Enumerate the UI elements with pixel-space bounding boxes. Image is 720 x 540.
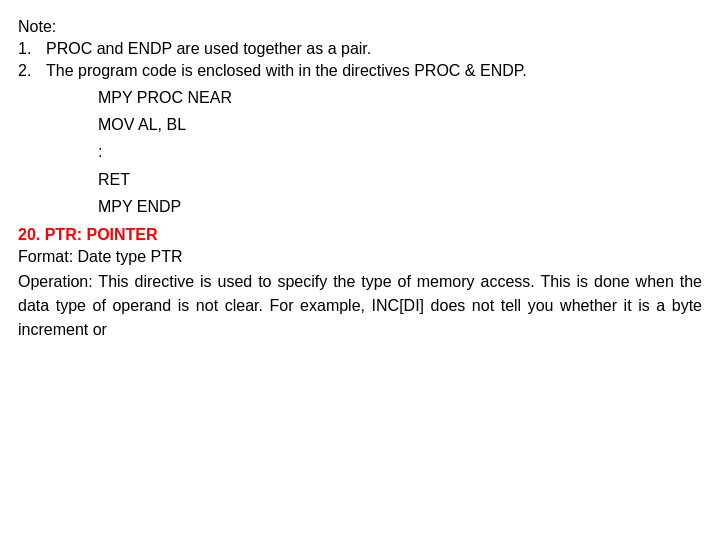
list-item-2: 2. The program code is enclosed with in … bbox=[18, 62, 702, 80]
note-label: Note: bbox=[18, 18, 702, 36]
code-block: MPY PROC NEAR MOV AL, BL : RET MPY ENDP bbox=[98, 84, 702, 220]
code-line-5: MPY ENDP bbox=[98, 193, 702, 220]
item-2-text: The program code is enclosed with in the… bbox=[46, 62, 702, 80]
format-line: Format: Date type PTR bbox=[18, 248, 702, 266]
section-heading: 20. PTR: POINTER bbox=[18, 226, 702, 244]
item-1-number: 1. bbox=[18, 40, 46, 58]
code-line-2: MOV AL, BL bbox=[98, 111, 702, 138]
item-1-text: PROC and ENDP are used together as a pai… bbox=[46, 40, 702, 58]
operation-text: Operation: This directive is used to spe… bbox=[18, 270, 702, 342]
content-area: Note: 1. PROC and ENDP are used together… bbox=[18, 18, 702, 522]
list-item-1: 1. PROC and ENDP are used together as a … bbox=[18, 40, 702, 58]
code-line-1: MPY PROC NEAR bbox=[98, 84, 702, 111]
item-2-number: 2. bbox=[18, 62, 46, 80]
code-line-4: RET bbox=[98, 166, 702, 193]
code-line-3: : bbox=[98, 138, 702, 165]
